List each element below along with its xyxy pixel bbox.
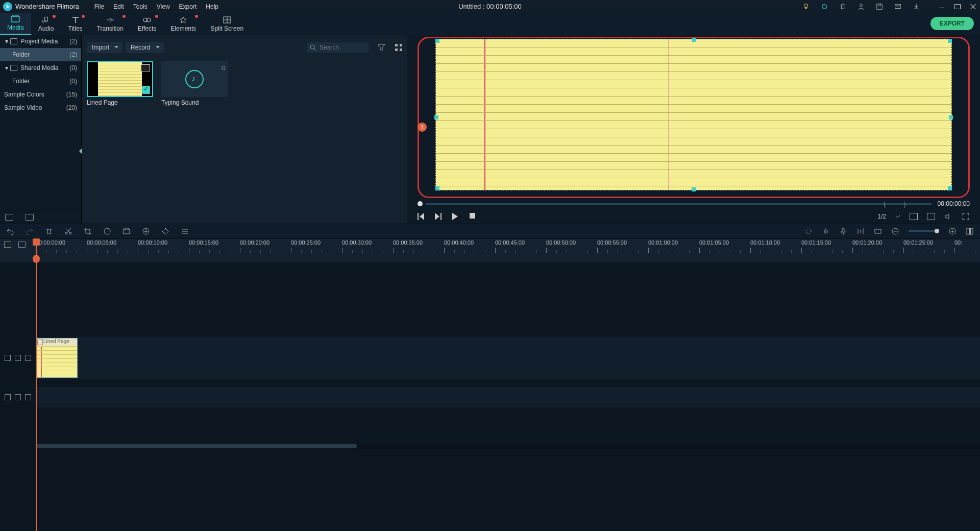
play-button[interactable] (452, 213, 459, 220)
preview-canvas[interactable]: 1 (418, 37, 970, 198)
step-back-button[interactable] (418, 213, 425, 220)
display-quality-icon[interactable] (910, 213, 918, 220)
color-icon[interactable] (122, 227, 131, 235)
save-icon[interactable] (876, 3, 883, 10)
range-markers[interactable]: ( ) (884, 201, 914, 208)
keyframe-badge[interactable]: 1 (418, 123, 427, 132)
timeline-scrollbar[interactable] (36, 444, 980, 449)
track-options-icon[interactable] (4, 242, 11, 248)
menu-tools[interactable]: Tools (133, 3, 148, 10)
tab-audio[interactable]: Audio (31, 14, 61, 35)
chevron-down-icon[interactable] (895, 214, 900, 219)
resize-handle[interactable] (949, 115, 953, 119)
resize-handle[interactable] (435, 186, 439, 190)
menu-edit[interactable]: Edit (113, 3, 124, 10)
timeline-ruler[interactable]: 00:00:00:0000:00:05:0000:00:10:0000:00:1… (0, 238, 980, 262)
cut-icon[interactable] (64, 227, 72, 235)
refresh-icon[interactable] (821, 3, 828, 10)
volume-icon[interactable] (944, 212, 952, 221)
import-dropdown[interactable]: Import (87, 42, 122, 53)
more-icon[interactable] (181, 227, 189, 235)
voiceover-icon[interactable] (839, 227, 847, 235)
zoom-in-icon[interactable] (948, 227, 957, 235)
menu-help[interactable]: Help (206, 3, 218, 10)
zoom-out-icon[interactable] (891, 227, 899, 235)
green-screen-icon[interactable] (142, 227, 150, 235)
fullscreen-icon[interactable] (962, 212, 970, 221)
maximize-button[interactable] (954, 4, 961, 9)
video-track[interactable]: Lined Page (0, 337, 980, 379)
preview-scrubber[interactable]: ( ) (426, 203, 932, 205)
menu-view[interactable]: View (157, 3, 170, 10)
playhead[interactable] (36, 238, 37, 531)
svg-rect-21 (842, 228, 844, 232)
resize-handle[interactable] (948, 186, 952, 190)
filter-icon[interactable] (377, 43, 386, 52)
clip-label: Lined Page (36, 339, 77, 346)
media-item-typing-sound[interactable]: ♫ Typing Sound (161, 61, 228, 106)
sidebar-folder-1[interactable]: Folder(2) (0, 48, 81, 61)
sidebar-sample-colors[interactable]: Sample Colors(15) (0, 88, 81, 101)
minimize-button[interactable] (938, 3, 945, 10)
tab-titles[interactable]: Titles (61, 14, 89, 35)
resize-handle[interactable] (692, 38, 696, 42)
tab-effects[interactable]: Effects (131, 14, 163, 35)
message-icon[interactable] (894, 3, 901, 10)
tab-elements[interactable]: Elements (163, 14, 203, 35)
media-item-lined-page[interactable]: Lined Page (87, 61, 153, 106)
delete-icon[interactable] (45, 227, 53, 235)
stop-button[interactable] (470, 213, 477, 220)
search-box[interactable] (307, 42, 369, 53)
search-input[interactable] (320, 44, 365, 51)
resize-handle[interactable] (692, 187, 696, 191)
tab-splitscreen[interactable]: Split Screen (203, 14, 251, 35)
zoom-ratio[interactable]: 1/2 (877, 213, 886, 220)
mix-icon[interactable] (822, 227, 830, 235)
track-mute-icon[interactable] (5, 355, 11, 361)
keyframe-icon[interactable] (161, 227, 169, 235)
zoom-slider[interactable] (909, 230, 939, 232)
redo-icon[interactable] (26, 227, 34, 235)
menu-file[interactable]: File (94, 3, 104, 10)
resize-handle[interactable] (948, 39, 952, 43)
sidebar-folder-2[interactable]: Folder(0) (0, 75, 81, 88)
resize-handle[interactable] (434, 115, 438, 119)
audio-track[interactable] (0, 387, 980, 407)
download-icon[interactable] (913, 3, 920, 10)
record-dropdown[interactable]: Record (126, 42, 164, 53)
new-bin-icon[interactable] (26, 214, 34, 221)
tab-media[interactable]: Media (0, 13, 31, 35)
speed-icon[interactable] (103, 227, 111, 235)
track-type-icon[interactable] (5, 394, 11, 400)
track-mute-icon[interactable] (25, 394, 31, 400)
playhead-dot[interactable] (418, 201, 423, 206)
sidebar-shared-media[interactable]: ▾Shared Media(0) (0, 61, 81, 75)
grid-view-icon[interactable] (394, 43, 403, 52)
snapshot-icon[interactable] (927, 213, 935, 220)
collapse-sidebar-icon[interactable] (79, 148, 82, 154)
new-folder-icon[interactable] (5, 214, 13, 221)
timeline-clip[interactable]: Lined Page (36, 338, 78, 378)
track-lock-icon[interactable] (15, 394, 21, 400)
menu-export[interactable]: Export (179, 3, 197, 10)
search-icon (310, 44, 316, 51)
zoom-fit-icon[interactable] (966, 227, 974, 235)
close-button[interactable] (970, 3, 977, 10)
export-button[interactable]: EXPORT (930, 17, 974, 30)
resize-handle[interactable] (435, 39, 439, 43)
render-icon[interactable] (874, 227, 882, 235)
step-forward-button[interactable] (435, 213, 442, 220)
audio-mix-icon[interactable] (856, 227, 865, 235)
link-icon[interactable] (18, 242, 26, 248)
sidebar-sample-video[interactable]: Sample Video(20) (0, 101, 81, 114)
marker-icon[interactable] (804, 227, 813, 235)
account-icon[interactable] (857, 3, 865, 10)
track-visible-icon[interactable] (25, 355, 31, 361)
tab-transition[interactable]: Transition (90, 14, 131, 35)
undo-icon[interactable] (6, 227, 14, 235)
idea-icon[interactable] (802, 3, 810, 10)
trash-icon[interactable] (839, 3, 846, 10)
sidebar-project-media[interactable]: ▾Project Media(2) (0, 35, 81, 48)
crop-icon[interactable] (84, 227, 92, 235)
track-lock-icon[interactable] (15, 355, 21, 361)
